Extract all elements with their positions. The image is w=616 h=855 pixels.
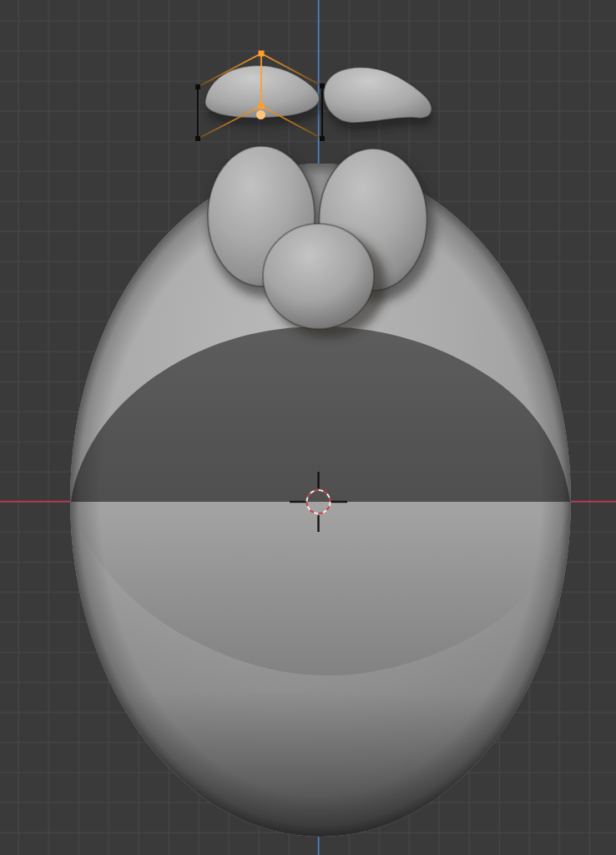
lattice-point-top-left[interactable] (195, 84, 200, 89)
nose[interactable] (263, 224, 374, 329)
viewport-canvas[interactable] (0, 0, 616, 855)
lattice-point-top-right[interactable] (320, 83, 325, 89)
lattice-point-bottom-right[interactable] (320, 136, 325, 141)
blender-3d-viewport[interactable] (0, 0, 616, 855)
lattice-point-center-selected[interactable] (259, 104, 265, 109)
lattice-point-bottom-left[interactable] (195, 136, 200, 141)
lattice-origin-point[interactable] (256, 110, 265, 119)
lattice-point-apex-selected[interactable] (259, 51, 265, 57)
